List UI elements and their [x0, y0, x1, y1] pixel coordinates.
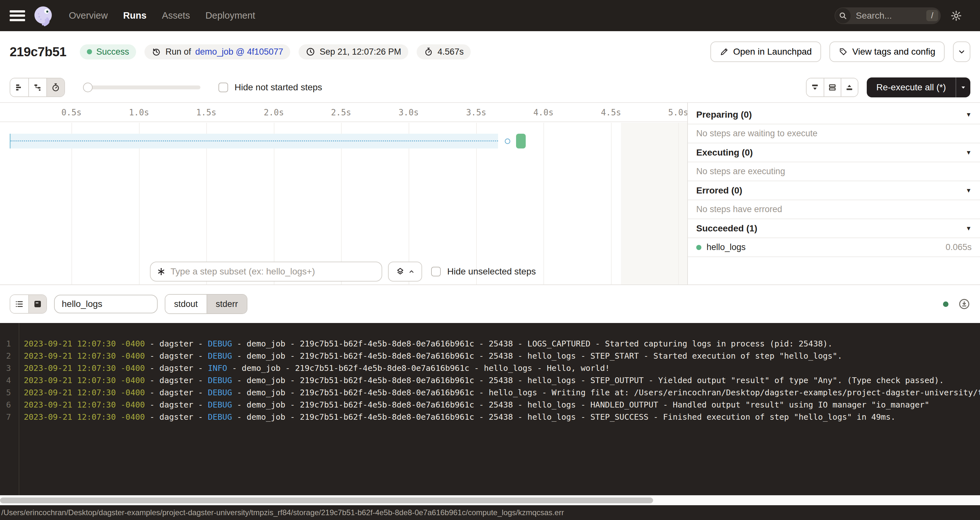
log-line-text: 2023-09-21 12:07:30 -0400 - dagster - IN…: [15, 362, 610, 374]
status-badge: Success: [80, 44, 136, 59]
panel-section-header[interactable]: Errored (0)▼: [688, 181, 980, 200]
log-line-number: 7: [0, 411, 15, 423]
tab-stdout[interactable]: stdout: [165, 295, 207, 313]
axis-tick-label: 1.0s: [129, 108, 149, 117]
panel-section-header[interactable]: Succeeded (1)▼: [688, 219, 980, 238]
menu-icon[interactable]: [10, 10, 25, 21]
gantt-zoom-slider[interactable]: [83, 78, 200, 97]
log-lines: 12023-09-21 12:07:30 -0400 - dagster - D…: [0, 338, 980, 423]
gantt-toolbar: Hide not started steps Re-execute all (*…: [0, 72, 980, 102]
log-level: DEBUG: [208, 339, 232, 349]
open-in-launchpad-label: Open in Launchpad: [733, 47, 812, 57]
pencil-icon: [720, 47, 729, 56]
panel-section-header[interactable]: Executing (0)▼: [688, 143, 980, 162]
raw-log-view-button[interactable]: [28, 295, 46, 313]
start-time-tag: Sep 21, 12:07:26 PM: [299, 44, 408, 59]
capture-status-dot: [943, 301, 948, 307]
log-message: - demo_job - 219c7b51-b62f-4e5b-8de8-0e7…: [232, 388, 980, 397]
job-snapshot-link[interactable]: demo_job @ 4f105077: [195, 47, 283, 57]
gear-icon[interactable]: [950, 10, 962, 22]
axis-tick-label: 3.5s: [466, 108, 487, 117]
nav-item-deployment[interactable]: Deployment: [205, 10, 255, 21]
log-line: 12023-09-21 12:07:30 -0400 - dagster - D…: [0, 338, 980, 350]
reexecute-dropdown-button[interactable]: [956, 78, 970, 97]
log-timestamp: 2023-09-21 12:07:30 -0400: [24, 363, 145, 373]
panel-empty-row: No steps have errored: [688, 200, 980, 219]
status-label: Success: [96, 47, 129, 57]
collapse-bottom-button[interactable]: [807, 78, 824, 97]
stopwatch-icon: [424, 47, 433, 57]
dagster-logo[interactable]: [32, 5, 55, 27]
panel-section-title: Succeeded (1): [696, 224, 757, 234]
gridline: [611, 123, 612, 284]
collapse-top-button[interactable]: [841, 78, 858, 97]
slider-thumb[interactable]: [83, 82, 93, 92]
step-subset-input[interactable]: [170, 266, 376, 277]
log-viewer: 12023-09-21 12:07:30 -0400 - dagster - D…: [0, 323, 980, 495]
duration-value: 4.567s: [438, 47, 464, 57]
axis-tick-label: 0.5s: [62, 108, 82, 117]
log-step-filter-input[interactable]: [54, 295, 158, 313]
flat-view-button[interactable]: [10, 78, 28, 97]
panel-empty-row: No steps are waiting to execute: [688, 124, 980, 143]
step-waiting-band: [10, 134, 498, 149]
scrollbar-thumb[interactable]: [0, 498, 653, 503]
log-level: DEBUG: [208, 412, 232, 422]
hide-not-started-label: Hide not started steps: [235, 82, 322, 93]
log-level: DEBUG: [208, 388, 232, 397]
log-timestamp: 2023-09-21 12:07:30 -0400: [24, 388, 145, 397]
search-box[interactable]: /: [835, 7, 941, 24]
nav-item-overview[interactable]: Overview: [69, 10, 108, 21]
log-line: 62023-09-21 12:07:30 -0400 - dagster - D…: [0, 399, 980, 411]
log-source: - dagster -: [145, 363, 208, 373]
hide-unselected-checkbox[interactable]: [431, 267, 441, 276]
log-message: - demo_job - 219c7b51-b62f-4e5b-8de8-0e7…: [232, 351, 842, 361]
view-tags-config-button[interactable]: View tags and config: [829, 41, 945, 62]
section-caret-icon: ▼: [966, 187, 972, 194]
run-of-tag: Run of demo_job @ 4f105077: [145, 44, 290, 59]
open-in-launchpad-button[interactable]: Open in Launchpad: [710, 41, 821, 62]
nav-item-runs[interactable]: Runs: [123, 10, 147, 21]
log-level: DEBUG: [208, 400, 232, 409]
structured-log-view-button[interactable]: [10, 295, 28, 313]
panel-step-row[interactable]: hello_logs0.065s: [688, 238, 980, 257]
search-input[interactable]: [855, 10, 910, 21]
tab-stderr[interactable]: stderr: [207, 295, 247, 313]
log-view-mode-group: [10, 294, 47, 314]
op-selector-icon: [156, 267, 166, 276]
panel-section-title: Executing (0): [696, 147, 753, 158]
panel-empty-text: No steps are waiting to execute: [696, 128, 818, 138]
reexecute-split-button: Re-execute all (*): [867, 78, 970, 97]
step-bar-hello-logs[interactable]: [516, 134, 526, 149]
hide-not-started-checkbox[interactable]: [218, 82, 228, 92]
log-line: 32023-09-21 12:07:30 -0400 - dagster - I…: [0, 362, 980, 374]
waterfall-view-button[interactable]: [28, 78, 46, 97]
hide-unselected-label: Hide unselected steps: [447, 266, 536, 277]
run-actions-dropdown-button[interactable]: [953, 41, 970, 62]
log-source: - dagster -: [145, 351, 208, 361]
axis-tick-label: 2.0s: [264, 108, 284, 117]
reexecute-all-button[interactable]: Re-execute all (*): [867, 78, 956, 97]
panel-layout-group: [806, 78, 858, 97]
start-time-value: Sep 21, 12:07:26 PM: [320, 47, 401, 57]
download-log-button[interactable]: [958, 298, 970, 310]
chevron-up-icon: [408, 268, 415, 275]
step-status-panel: Preparing (0)▼No steps are waiting to ex…: [687, 102, 980, 284]
waiting-dotted-line: [11, 140, 498, 141]
panel-section-header[interactable]: Preparing (0)▼: [688, 105, 980, 124]
graph-query-toggle-button[interactable]: [388, 262, 422, 282]
timed-view-button[interactable]: [46, 78, 64, 97]
panel-empty-text: No steps are executing: [696, 166, 785, 176]
section-caret-icon: ▼: [966, 225, 972, 232]
nav-links: OverviewRunsAssetsDeployment: [69, 10, 255, 21]
log-line-text: 2023-09-21 12:07:30 -0400 - dagster - DE…: [15, 387, 980, 399]
nav-item-assets[interactable]: Assets: [162, 10, 190, 21]
log-timestamp: 2023-09-21 12:07:30 -0400: [24, 351, 145, 361]
log-horizontal-scrollbar: [0, 495, 980, 505]
log-line-number: 3: [0, 362, 15, 374]
log-line-number: 5: [0, 387, 15, 399]
split-panels-button[interactable]: [824, 78, 841, 97]
log-source: - dagster -: [145, 412, 208, 422]
axis-tick-label: 1.5s: [196, 108, 216, 117]
axis-tick-label: 5.0s: [668, 108, 689, 117]
